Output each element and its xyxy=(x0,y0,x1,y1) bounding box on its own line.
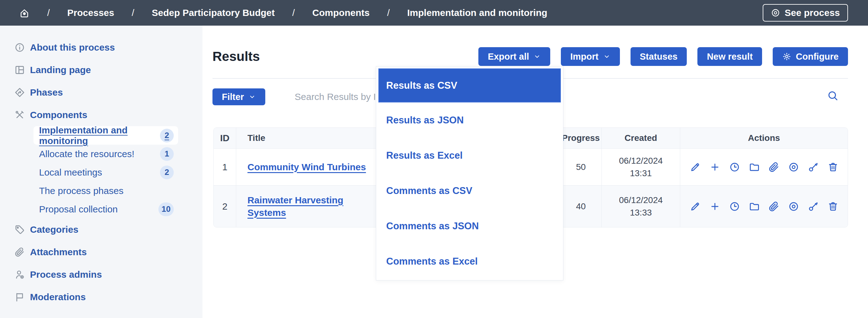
direction-sign-icon xyxy=(14,87,25,98)
edit-icon[interactable] xyxy=(690,201,701,212)
row-actions xyxy=(680,149,848,185)
delete-icon[interactable] xyxy=(827,201,839,212)
flag-icon xyxy=(14,292,25,303)
page-title: Results xyxy=(213,49,260,64)
delete-icon[interactable] xyxy=(827,161,839,173)
count-badge: 2 xyxy=(160,129,174,142)
filter-button[interactable]: Filter xyxy=(213,88,265,105)
layout-icon xyxy=(14,65,25,75)
breadcrumb-separator: / xyxy=(47,7,50,18)
menu-item-results-as-csv[interactable]: Results as CSV xyxy=(378,68,561,102)
paperclip-icon xyxy=(14,247,25,257)
menu-item-comments-as-json[interactable]: Comments as JSON xyxy=(376,209,563,244)
tag-icon xyxy=(14,224,25,235)
sidebar-item-local-meetings[interactable]: Local meetings 2 xyxy=(33,163,178,182)
breadcrumb-separator: / xyxy=(131,7,134,18)
breadcrumb-current-component[interactable]: Implementation and monitoring xyxy=(407,7,547,18)
breadcrumb-separator: / xyxy=(292,7,294,18)
sidebar-item-attachments[interactable]: Attachments xyxy=(0,241,203,263)
col-header-id: ID xyxy=(214,128,236,148)
breadcrumb: / Processes / Sedep Participatory Budget… xyxy=(19,7,548,19)
breadcrumb-processes[interactable]: Processes xyxy=(67,7,114,18)
permissions-key-icon[interactable] xyxy=(808,161,819,173)
sidebar-item-phases[interactable]: Phases xyxy=(0,81,203,104)
menu-item-results-as-json[interactable]: Results as JSON xyxy=(376,102,563,138)
menu-item-comments-as-excel[interactable]: Comments as Excel xyxy=(376,244,563,279)
sidebar-item-components[interactable]: Components xyxy=(0,104,203,126)
row-actions xyxy=(680,186,848,227)
menu-item-comments-as-csv[interactable]: Comments as CSV xyxy=(376,173,563,209)
col-header-actions: Actions xyxy=(680,128,848,148)
export-all-dropdown: Results as CSV Results as JSON Results a… xyxy=(376,66,563,281)
edit-icon[interactable] xyxy=(690,161,701,173)
add-icon[interactable] xyxy=(709,201,720,212)
timeline-icon[interactable] xyxy=(729,161,740,173)
chevron-down-icon xyxy=(248,93,256,101)
import-button[interactable]: Import xyxy=(561,47,620,66)
admin-topbar: / Processes / Sedep Participatory Budget… xyxy=(0,0,868,26)
result-id: 2 xyxy=(214,186,236,227)
see-process-button[interactable]: See process xyxy=(763,4,848,22)
folder-icon[interactable] xyxy=(749,201,760,212)
configure-button[interactable]: Configure xyxy=(773,47,848,66)
count-badge: 10 xyxy=(158,202,174,216)
eye-icon xyxy=(771,8,780,18)
menu-item-results-as-excel[interactable]: Results as Excel xyxy=(376,138,563,173)
result-title-link[interactable]: Rainwater Harvesting Systems xyxy=(247,194,369,219)
process-sidebar: About this process Landing page Phases C… xyxy=(0,26,203,318)
preview-icon[interactable] xyxy=(788,161,799,173)
tools-icon xyxy=(14,109,25,120)
home-icon[interactable] xyxy=(19,7,30,19)
result-id: 1 xyxy=(214,149,236,185)
count-badge: 2 xyxy=(160,165,174,179)
components-sub-list: Implementation and monitoring 2 Allocate… xyxy=(0,126,203,218)
sidebar-item-proposal-collection[interactable]: Proposal collection 10 xyxy=(33,200,178,218)
col-header-created: Created xyxy=(602,128,680,148)
chevron-down-icon xyxy=(603,53,611,60)
search-icon[interactable] xyxy=(827,90,839,101)
result-created: 06/12/2024 13:31 xyxy=(602,149,680,185)
permissions-key-icon[interactable] xyxy=(808,201,819,212)
count-badge: 1 xyxy=(160,147,174,161)
sidebar-item-moderations[interactable]: Moderations xyxy=(0,286,203,308)
breadcrumb-process-title[interactable]: Sedep Participatory Budget xyxy=(152,7,275,18)
add-icon[interactable] xyxy=(709,161,720,173)
sidebar-item-the-process-phases[interactable]: The process phases xyxy=(33,182,178,200)
folder-icon[interactable] xyxy=(749,161,760,173)
new-result-button[interactable]: New result xyxy=(698,47,762,66)
preview-icon[interactable] xyxy=(788,201,799,212)
col-header-progress: Progress xyxy=(560,128,602,148)
result-progress: 50 xyxy=(560,149,602,185)
export-all-button[interactable]: Export all xyxy=(478,47,550,66)
breadcrumb-components[interactable]: Components xyxy=(312,7,370,18)
timeline-icon[interactable] xyxy=(729,201,740,212)
sidebar-item-process-admins[interactable]: Process admins xyxy=(0,263,203,286)
sidebar-item-implementation-and-monitoring[interactable]: Implementation and monitoring 2 xyxy=(33,126,178,145)
result-created: 06/12/2024 13:33 xyxy=(602,186,680,227)
gear-icon xyxy=(782,52,792,61)
info-icon xyxy=(14,42,25,53)
breadcrumb-separator: / xyxy=(387,7,390,18)
main-content: Results Export all Import Statuses New r… xyxy=(203,26,868,318)
result-progress: 40 xyxy=(560,186,602,227)
sidebar-item-allocate-the-resources[interactable]: Allocate the resources! 1 xyxy=(33,145,178,163)
user-gear-icon xyxy=(14,269,25,280)
sidebar-item-landing-page[interactable]: Landing page xyxy=(0,59,203,81)
chevron-down-icon xyxy=(533,53,541,60)
statuses-button[interactable]: Statuses xyxy=(630,47,687,66)
sidebar-item-about[interactable]: About this process xyxy=(0,36,203,59)
attachments-icon[interactable] xyxy=(768,161,780,173)
sidebar-item-categories[interactable]: Categories xyxy=(0,218,203,241)
attachments-icon[interactable] xyxy=(768,201,780,212)
see-process-label: See process xyxy=(784,7,840,18)
result-title-link[interactable]: Community Wind Turbines xyxy=(247,161,366,173)
